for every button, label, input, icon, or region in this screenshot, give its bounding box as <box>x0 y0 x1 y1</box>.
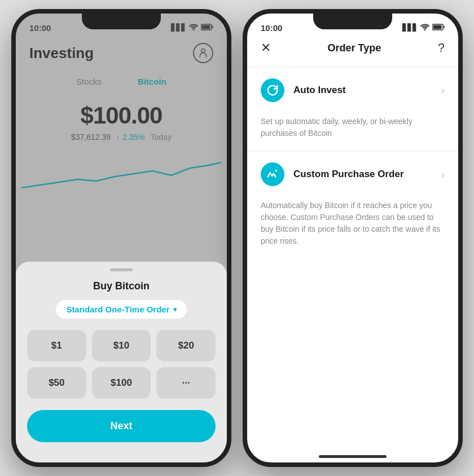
next-button[interactable]: Next <box>27 410 216 442</box>
auto-invest-desc: Set up automatic daily, weekly, or bi-we… <box>247 113 458 151</box>
wifi-icon-right <box>420 24 429 32</box>
signal-icon-right: ▋▋▋ <box>402 24 418 32</box>
custom-purchase-icon <box>261 162 284 186</box>
right-phone: 10:00 ▋▋▋ ✕ Order Type ? Auto Invest › S… <box>243 9 463 467</box>
custom-purchase-label: Custom Purchase Order <box>293 169 432 180</box>
svg-point-5 <box>275 170 278 172</box>
time-right: 10:00 <box>261 23 282 33</box>
battery-icon-right <box>432 24 445 32</box>
amount-btn-10[interactable]: $10 <box>92 330 151 362</box>
order-type-title: Order Type <box>328 42 381 54</box>
auto-invest-item[interactable]: Auto Invest › <box>247 67 458 113</box>
order-type-chevron: ▾ <box>173 306 177 314</box>
amount-grid: $1 $10 $20 $50 $100 ··· <box>27 330 216 399</box>
svg-rect-4 <box>433 25 442 29</box>
status-icons-right: ▋▋▋ <box>402 24 445 32</box>
amount-btn-more[interactable]: ··· <box>156 367 216 399</box>
sheet-handle <box>110 268 133 271</box>
home-bar-right <box>319 455 387 458</box>
auto-invest-label: Auto Invest <box>293 85 432 96</box>
auto-invest-icon <box>261 78 284 102</box>
custom-purchase-desc: Automatically buy Bitcoin if it reaches … <box>247 197 458 258</box>
order-type-header: ✕ Order Type ? <box>247 38 458 67</box>
auto-invest-chevron: › <box>441 85 445 96</box>
custom-purchase-item[interactable]: Custom Purchase Order › <box>247 151 458 197</box>
status-bar-right: 10:00 ▋▋▋ <box>247 14 458 38</box>
amount-btn-100[interactable]: $100 <box>92 367 151 399</box>
order-type-label: Standard One-Time Order <box>66 305 169 314</box>
amount-btn-1[interactable]: $1 <box>27 330 86 362</box>
custom-purchase-chevron: › <box>441 169 445 180</box>
order-type-pill[interactable]: Standard One-Time Order ▾ <box>56 300 186 319</box>
amount-btn-20[interactable]: $20 <box>156 330 216 362</box>
amount-btn-50[interactable]: $50 <box>27 367 86 399</box>
close-button[interactable]: ✕ <box>261 41 271 55</box>
help-button[interactable]: ? <box>438 41 445 55</box>
left-phone: 10:00 ▋▋▋ Investing Stocks Bitcoin $100.… <box>11 9 231 467</box>
order-type-selector[interactable]: Standard One-Time Order ▾ <box>27 300 216 319</box>
sheet-title: Buy Bitcoin <box>27 280 216 292</box>
bottom-sheet: Buy Bitcoin Standard One-Time Order ▾ $1… <box>16 262 227 462</box>
